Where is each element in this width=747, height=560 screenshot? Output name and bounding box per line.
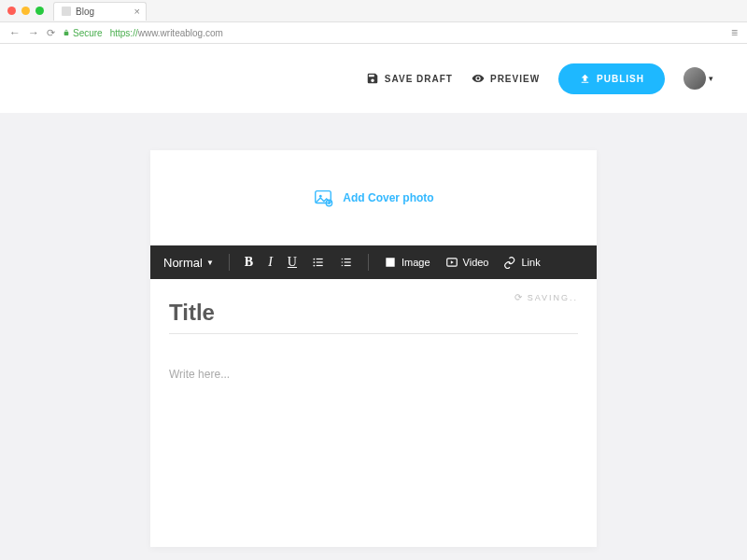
insert-image-button[interactable]: Image [384,256,430,269]
lock-icon [63,29,70,36]
svg-rect-8 [317,265,323,266]
numbered-list-icon [340,256,353,269]
preview-button[interactable]: PREVIEW [472,72,540,85]
svg-rect-13 [342,265,343,266]
svg-rect-4 [317,259,323,259]
window-controls [7,7,44,15]
nav-refresh-icon[interactable]: ⟳ [47,27,55,39]
toolbar-divider [229,254,230,271]
add-cover-label: Add Cover photo [343,191,433,204]
saving-indicator: ⟳ SAVING.. [514,292,578,302]
numbered-list-button[interactable] [340,256,353,269]
insert-link-button[interactable]: Link [503,256,540,269]
spinner-icon: ⟳ [514,292,524,302]
editor-toolbar: Normal ▼ B I U Image Video Link [150,245,597,279]
bullet-list-icon [312,256,325,269]
save-draft-button[interactable]: SAVE DRAFT [366,72,453,85]
svg-point-7 [313,265,315,267]
toolbar-divider [368,254,369,271]
format-select-label: Normal [163,256,203,270]
preview-label: PREVIEW [490,74,540,84]
save-icon [366,72,379,85]
svg-rect-11 [342,261,343,262]
browser-menu-icon[interactable]: ≡ [731,26,738,39]
body-area [150,342,597,547]
image-icon [313,188,333,208]
browser-chrome: Blog × ← → ⟳ Secure https://www.writeabl… [0,0,747,44]
body-input[interactable] [169,368,578,525]
window-zoom-icon[interactable] [35,7,44,15]
svg-point-5 [313,261,315,263]
video-icon [445,256,458,269]
bold-button[interactable]: B [245,255,253,270]
add-cover-button[interactable]: Add Cover photo [150,150,597,245]
upload-icon [579,73,591,85]
url-text[interactable]: https://www.writeablog.com [110,28,223,38]
underline-button[interactable]: U [288,255,297,270]
eye-icon [472,72,485,85]
svg-point-3 [313,259,315,260]
save-draft-label: SAVE DRAFT [385,74,453,84]
bullet-list-button[interactable] [312,256,325,269]
browser-tab-bar: Blog × [0,0,747,22]
nav-back-icon[interactable]: ← [9,26,21,39]
avatar [684,67,706,90]
insert-video-button[interactable]: Video [445,256,489,269]
app-header: SAVE DRAFT PREVIEW PUBLISH ▾ [0,44,747,113]
secure-badge: Secure [63,28,103,38]
chevron-down-icon: ▾ [709,74,713,83]
format-select[interactable]: Normal ▼ [163,256,214,270]
tab-title: Blog [76,7,94,17]
window-minimize-icon[interactable] [21,7,30,15]
user-menu[interactable]: ▾ [684,67,713,90]
tab-close-icon[interactable]: × [134,6,140,17]
editor-card: Add Cover photo Normal ▼ B I U Image Vid… [150,150,597,547]
chevron-down-icon: ▼ [206,259,214,267]
title-area: ⟳ SAVING.. [150,279,597,342]
publish-button[interactable]: PUBLISH [558,63,665,94]
tab-favicon-icon [62,7,71,16]
link-icon [503,256,516,269]
image-icon [384,256,397,269]
nav-forward-icon[interactable]: → [28,26,39,39]
browser-tab[interactable]: Blog × [53,2,147,21]
publish-label: PUBLISH [597,74,644,84]
window-close-icon[interactable] [7,7,16,15]
italic-button[interactable]: I [268,255,273,270]
browser-url-bar: ← → ⟳ Secure https://www.writeablog.com … [0,22,747,43]
svg-rect-14 [345,265,351,266]
svg-rect-12 [345,261,351,262]
svg-rect-10 [345,259,351,259]
svg-rect-6 [317,261,323,262]
svg-rect-9 [342,259,343,259]
